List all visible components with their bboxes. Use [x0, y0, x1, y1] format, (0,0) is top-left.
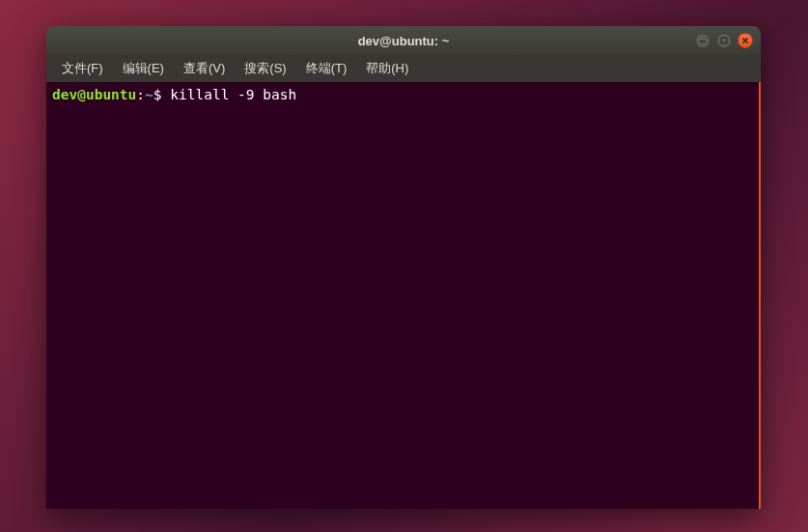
terminal-window: dev@ubuntu: ~ 文件(F) 编辑(E) 查看(V) 搜索(S) 终端… — [46, 26, 761, 509]
maximize-button[interactable] — [716, 33, 732, 48]
close-button[interactable] — [738, 33, 753, 48]
menu-view[interactable]: 查看(V) — [176, 57, 233, 80]
window-title: dev@ubuntu: ~ — [358, 34, 450, 48]
menu-terminal[interactable]: 终端(T) — [298, 57, 355, 80]
prompt-path: ~ — [145, 87, 153, 102]
prompt-colon: : — [136, 87, 145, 102]
terminal-content[interactable]: dev@ubuntu:~$ killall -9 bash — [46, 82, 761, 509]
minimize-button[interactable] — [695, 33, 710, 48]
close-icon — [741, 37, 749, 44]
menu-search[interactable]: 搜索(S) — [237, 57, 293, 80]
menu-edit[interactable]: 编辑(E) — [115, 57, 172, 80]
prompt-user-host: dev@ubuntu — [52, 87, 136, 102]
minimize-icon — [699, 37, 707, 44]
command-text: killall -9 bash — [170, 87, 296, 102]
window-controls — [695, 33, 753, 48]
terminal-line: dev@ubuntu:~$ killall -9 bash — [52, 86, 753, 104]
menubar: 文件(F) 编辑(E) 查看(V) 搜索(S) 终端(T) 帮助(H) — [46, 55, 761, 82]
svg-rect-1 — [721, 38, 727, 43]
menu-file[interactable]: 文件(F) — [54, 57, 111, 80]
titlebar[interactable]: dev@ubuntu: ~ — [46, 26, 761, 55]
menu-help[interactable]: 帮助(H) — [358, 57, 416, 80]
maximize-icon — [720, 37, 728, 44]
prompt-dollar: $ — [153, 87, 170, 102]
